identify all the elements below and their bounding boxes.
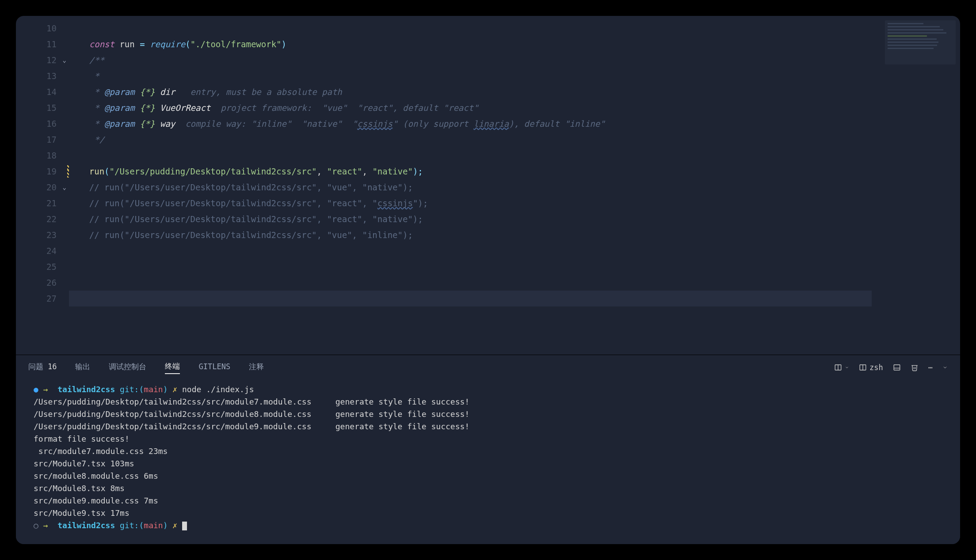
terminal-line: src/Module9.tsx 17ms — [34, 507, 948, 519]
code-line[interactable]: const run = require("./tool/framework") — [69, 36, 960, 52]
line-number-gutter: 101112⌄1314151617181920⌄21222324252627 — [16, 16, 69, 355]
line-number: 13 — [16, 68, 57, 84]
code-line[interactable] — [69, 20, 960, 36]
code-line[interactable]: // run("/Users/user/Desktop/tailwind2css… — [69, 227, 960, 243]
minimap[interactable] — [885, 20, 956, 64]
terminal-cursor — [182, 522, 187, 530]
code-line[interactable] — [69, 291, 872, 306]
terminal-line: /Users/pudding/Desktop/tailwind2css/src/… — [34, 408, 948, 420]
svg-rect-4 — [894, 365, 900, 370]
panel-tabs: 问题 16 输出 调试控制台 终端 GITLENS 注释 — [16, 355, 960, 380]
panel-actions: zsh ⋯ — [834, 363, 948, 372]
terminal-output[interactable]: ● → tailwind2css git:(main) ✗ node ./ind… — [16, 380, 960, 544]
terminal-line: src/module8.module.css 6ms — [34, 470, 948, 482]
line-number: 10 — [16, 20, 57, 36]
code-line[interactable]: * — [69, 68, 960, 84]
line-number: 19 — [16, 163, 57, 179]
code-line[interactable]: run("/Users/pudding/Desktop/tailwind2css… — [69, 163, 960, 179]
terminal-line: /Users/pudding/Desktop/tailwind2css/src/… — [34, 396, 948, 408]
tab-label: 调试控制台 — [109, 362, 146, 372]
tab-label: 问题 — [28, 362, 43, 372]
terminal-line: src/module9.module.css 7ms — [34, 495, 948, 507]
line-number: 20⌄ — [16, 179, 57, 195]
terminal-prompt: ● → tailwind2css git:(main) ✗ node ./ind… — [34, 383, 948, 396]
terminal-line: /Users/pudding/Desktop/tailwind2css/src/… — [34, 420, 948, 433]
code-line[interactable] — [69, 243, 960, 259]
shell-name: zsh — [869, 363, 883, 372]
tab-terminal[interactable]: 终端 — [165, 361, 180, 374]
line-number: 27 — [16, 291, 57, 306]
tab-label: 注释 — [249, 362, 264, 372]
code-line[interactable]: * @param {*} dir entry, must be a absolu… — [69, 84, 960, 100]
maximize-panel-button[interactable] — [893, 363, 901, 371]
terminal-line: src/module7.module.css 23ms — [34, 445, 948, 458]
code-line[interactable]: // run("/Users/user/Desktop/tailwind2css… — [69, 211, 960, 227]
line-number: 12⌄ — [16, 52, 57, 68]
split-terminal-dropdown-button[interactable] — [834, 363, 849, 371]
code-editor[interactable]: 101112⌄1314151617181920⌄21222324252627 c… — [16, 16, 960, 355]
tab-comments[interactable]: 注释 — [249, 362, 264, 374]
fold-chevron-icon[interactable]: ⌄ — [63, 179, 66, 195]
code-line[interactable]: // run("/Users/user/Desktop/tailwind2css… — [69, 179, 960, 195]
tab-gitlens[interactable]: GITLENS — [198, 362, 230, 373]
code-line[interactable]: // run("/Users/user/Desktop/tailwind2css… — [69, 195, 960, 211]
line-number: 14 — [16, 84, 57, 100]
code-line[interactable]: /** — [69, 52, 960, 68]
terminal-line: src/Module7.tsx 103ms — [34, 458, 948, 470]
editor-window: 101112⌄1314151617181920⌄21222324252627 c… — [16, 16, 960, 544]
tab-label: 终端 — [165, 361, 180, 371]
terminal-line: src/Module8.tsx 8ms — [34, 482, 948, 495]
line-number: 21 — [16, 195, 57, 211]
code-area[interactable]: const run = require("./tool/framework") … — [69, 16, 960, 355]
terminal-profile[interactable]: zsh — [859, 363, 883, 372]
code-line[interactable]: */ — [69, 132, 960, 148]
bottom-panel: 问题 16 输出 调试控制台 终端 GITLENS 注释 — [16, 355, 960, 544]
code-line[interactable] — [69, 259, 960, 275]
code-line[interactable]: * @param {*} VueOrReact project framewor… — [69, 100, 960, 116]
line-number: 17 — [16, 132, 57, 148]
tab-output[interactable]: 输出 — [75, 362, 90, 374]
line-number: 22 — [16, 211, 57, 227]
tab-problems[interactable]: 问题 16 — [28, 362, 57, 374]
line-number: 18 — [16, 148, 57, 163]
terminal-line: format file success! — [34, 433, 948, 445]
kill-terminal-button[interactable] — [911, 363, 919, 371]
code-line[interactable] — [69, 275, 960, 291]
fold-chevron-icon[interactable]: ⌄ — [63, 52, 66, 68]
tab-label: GITLENS — [198, 362, 230, 371]
tab-debug-console[interactable]: 调试控制台 — [109, 362, 146, 374]
line-number: 11 — [16, 36, 57, 52]
close-panel-button[interactable] — [942, 365, 948, 370]
code-line[interactable]: * @param {*} way compile way: "inline" "… — [69, 116, 960, 132]
line-number: 15 — [16, 100, 57, 116]
modified-indicator — [67, 165, 69, 178]
more-actions-button[interactable]: ⋯ — [928, 363, 933, 372]
terminal-prompt: ○ → tailwind2css git:(main) ✗ — [34, 519, 948, 532]
line-number: 26 — [16, 275, 57, 291]
line-number: 16 — [16, 116, 57, 132]
line-number: 23 — [16, 227, 57, 243]
code-line[interactable] — [69, 148, 960, 163]
line-number: 24 — [16, 243, 57, 259]
problems-count: 16 — [48, 362, 57, 371]
tab-label: 输出 — [75, 362, 90, 372]
line-number: 25 — [16, 259, 57, 275]
